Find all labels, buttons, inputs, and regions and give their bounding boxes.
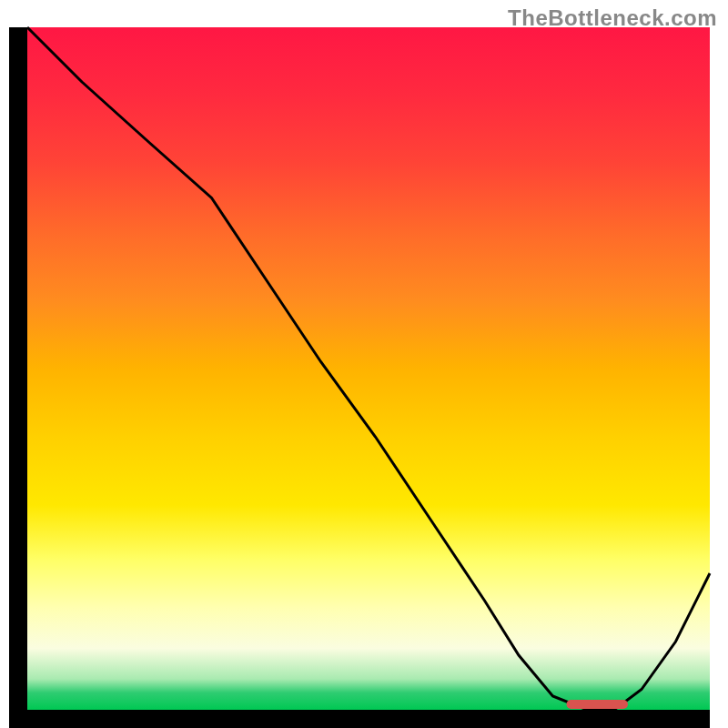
chart-container: TheBottleneck.com: [0, 0, 728, 728]
gradient-background: [27, 27, 710, 710]
x-axis: [9, 710, 710, 728]
y-axis: [9, 27, 27, 728]
optimal-range-marker: [567, 700, 629, 709]
watermark-text: TheBottleneck.com: [508, 5, 717, 31]
bottleneck-chart: [0, 0, 728, 728]
plot-area: [9, 27, 710, 728]
